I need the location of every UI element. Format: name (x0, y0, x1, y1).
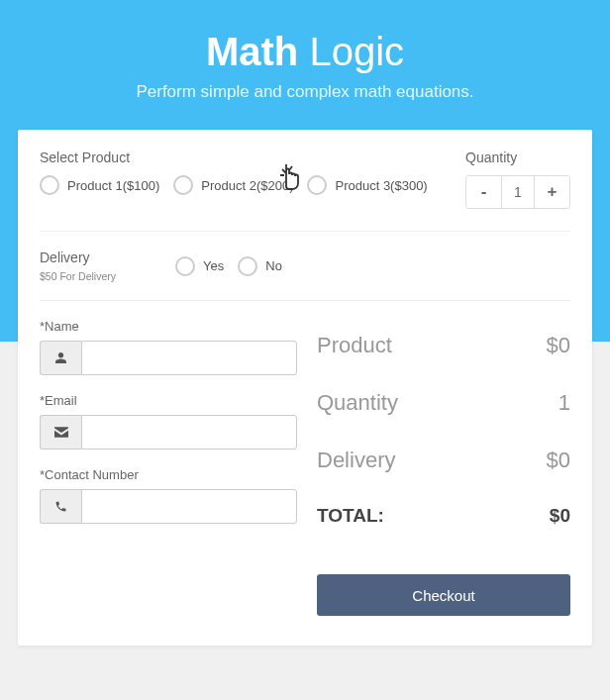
page-title: Math Logic (0, 30, 610, 74)
contact-label: *Contact Number (40, 467, 297, 482)
user-icon (40, 341, 81, 375)
summary-quantity-label: Quantity (317, 390, 398, 416)
radio-delivery-yes[interactable]: Yes (175, 256, 224, 276)
quantity-label: Quantity (465, 150, 570, 165)
contact-input[interactable] (81, 489, 297, 524)
delivery-note: $50 For Delivery (40, 270, 116, 282)
radio-icon (307, 175, 327, 195)
radio-delivery-no[interactable]: No (238, 256, 282, 276)
summary-quantity-value: 1 (559, 390, 570, 416)
radio-product-3[interactable]: Product 3($300) (307, 175, 427, 195)
quantity-stepper: - 1 + (465, 175, 570, 209)
name-input[interactable] (81, 341, 297, 375)
radio-product-2[interactable]: Product 2($200) (173, 175, 293, 195)
summary-total-label: TOTAL: (317, 505, 384, 527)
page-subtitle: Perform simple and complex math equation… (0, 82, 610, 102)
summary-product-value: $0 (547, 333, 570, 358)
envelope-icon (40, 415, 81, 450)
quantity-minus-button[interactable]: - (466, 176, 502, 208)
quantity-plus-button[interactable]: + (534, 176, 569, 208)
radio-product-1[interactable]: Product 1($100) (40, 175, 159, 195)
radio-icon (175, 256, 195, 276)
radio-icon (40, 175, 59, 195)
summary-total-value: $0 (550, 505, 570, 527)
phone-icon (40, 489, 81, 524)
quantity-value: 1 (502, 176, 534, 208)
product-label: Select Product (40, 150, 428, 165)
radio-icon (238, 256, 257, 276)
radio-icon (173, 175, 193, 195)
delivery-label: Delivery (40, 250, 116, 265)
checkout-button[interactable]: Checkout (317, 574, 570, 616)
name-label: *Name (40, 319, 297, 334)
email-input[interactable] (81, 415, 297, 450)
email-label: *Email (40, 393, 297, 408)
summary-product-label: Product (317, 333, 392, 358)
summary-delivery-label: Delivery (317, 448, 395, 473)
summary-delivery-value: $0 (547, 448, 570, 473)
